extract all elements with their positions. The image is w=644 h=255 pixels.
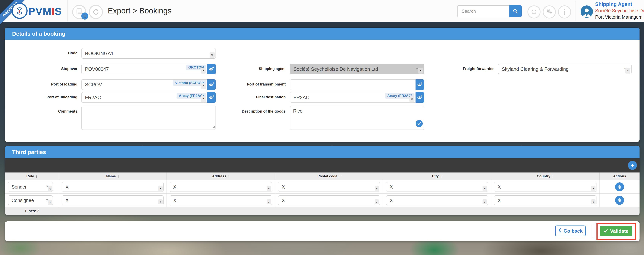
refresh-button[interactable] <box>89 5 103 19</box>
final-destination-lookup-button[interactable] <box>416 92 424 103</box>
port-of-transshipment-input[interactable] <box>290 79 416 90</box>
delete-row-button[interactable] <box>615 196 624 205</box>
country-cell: * <box>491 180 600 194</box>
footer-action-bar: Go back Validate <box>5 221 640 241</box>
user-info[interactable]: Shipping Agent Société Seychelloise De P… <box>595 1 644 20</box>
search-input[interactable] <box>457 5 509 17</box>
panel-title: Details of a booking <box>5 28 640 40</box>
city-cell: * <box>383 180 491 194</box>
table-header-row: Role↑ Name↑ Address↑ Postal code↑ City↑ … <box>5 172 640 180</box>
column-header-actions: Actions <box>600 172 640 180</box>
shipping-agent-select[interactable]: Société Seychelloise De Navigation Ltd <box>290 64 424 74</box>
required-marker: * <box>591 199 596 204</box>
country-input[interactable] <box>494 182 596 192</box>
description-of-goods-label: Description of the goods <box>210 109 286 114</box>
user-avatar[interactable] <box>580 6 593 18</box>
eye-plus-icon <box>417 82 423 87</box>
required-marker: * <box>48 186 52 191</box>
column-header-role[interactable]: Role↑ <box>5 172 59 180</box>
required-marker: * <box>158 199 162 204</box>
notification-badge: 1 <box>81 13 88 20</box>
final-destination-label: Final destination <box>210 95 286 99</box>
footer-divider <box>592 225 592 238</box>
name-input[interactable] <box>62 182 164 192</box>
delete-row-button[interactable] <box>615 182 624 191</box>
add-third-party-button[interactable]: + <box>628 161 637 170</box>
address-input[interactable] <box>170 182 272 192</box>
code-input[interactable] <box>82 48 216 59</box>
column-header-address[interactable]: Address↑ <box>167 172 275 180</box>
column-header-name[interactable]: Name↑ <box>59 172 167 180</box>
required-marker: * <box>374 199 379 204</box>
port-of-transshipment-label: Port of transshipment <box>210 82 286 86</box>
actions-cell <box>600 180 640 194</box>
comments-label: Comments <box>16 109 78 114</box>
required-marker: * <box>418 68 423 74</box>
country-input[interactable] <box>494 195 596 205</box>
port-of-unloading-label: Port of unloading <box>16 95 78 99</box>
name-cell: * <box>59 194 167 207</box>
eye-plus-icon <box>417 95 423 100</box>
port-of-transshipment-lookup-button[interactable] <box>416 79 424 90</box>
anchor-logo-icon <box>15 6 24 16</box>
comments-field <box>82 106 216 130</box>
third-parties-toolbar: + <box>5 158 640 172</box>
actions-cell <box>600 194 640 207</box>
stopover-label: Stopover <box>16 67 78 71</box>
info-icon <box>564 9 566 16</box>
port-of-transshipment-field <box>290 79 424 90</box>
freight-forwarder-select[interactable]: Skyland Clearing & Forwarding <box>498 64 632 74</box>
app-logo[interactable] <box>12 3 28 19</box>
comments-textarea[interactable] <box>82 106 216 130</box>
postal-code-cell: * <box>275 180 383 194</box>
city-input[interactable] <box>386 195 488 205</box>
user-organization: Port Victoria Managem <box>595 14 644 20</box>
required-marker: * <box>158 186 162 191</box>
header-divider <box>576 1 576 21</box>
lines-count: Lines: 2 <box>5 207 640 215</box>
required-marker: * <box>625 68 630 74</box>
resize-handle-icon[interactable] <box>212 126 215 129</box>
city-input[interactable] <box>386 182 488 192</box>
postal-code-input[interactable] <box>278 182 380 192</box>
required-marker: * <box>482 199 487 204</box>
user-role: Shipping Agent <box>595 1 644 8</box>
required-marker: * <box>266 186 271 191</box>
required-marker: * <box>482 186 487 191</box>
address-input[interactable] <box>170 195 272 205</box>
name-input[interactable] <box>62 195 164 205</box>
address-cell: * <box>167 194 275 207</box>
sort-asc-icon: ↑ <box>36 174 38 178</box>
column-header-postal-code[interactable]: Postal code↑ <box>275 172 383 180</box>
column-header-country[interactable]: Country↑ <box>491 172 600 180</box>
postal-code-cell: * <box>275 194 383 207</box>
address-cell: * <box>167 180 275 194</box>
settings-button[interactable] <box>543 6 556 19</box>
sort-asc-icon: ↑ <box>552 174 554 178</box>
logout-button[interactable] <box>528 6 540 19</box>
role-cell: Sender ▼ * <box>5 180 59 194</box>
search-button[interactable] <box>509 5 522 17</box>
page-title: Export > Bookings <box>108 0 172 22</box>
search-icon <box>513 9 518 14</box>
third-parties-panel: Third parties + Role↑ Name↑ Address↑ Pos… <box>5 146 640 215</box>
postal-code-input[interactable] <box>278 195 380 205</box>
column-header-city[interactable]: City↑ <box>383 172 491 180</box>
final-destination-field: Arcay (FR2AC) * <box>290 92 424 103</box>
user-company: Société Seychelloise De <box>595 8 644 14</box>
go-back-button[interactable]: Go back <box>555 225 586 236</box>
trash-icon <box>618 198 622 203</box>
description-of-goods-field: Rice <box>290 106 424 130</box>
info-button[interactable] <box>558 6 571 19</box>
required-marker: * <box>410 96 414 102</box>
required-marker: * <box>48 200 52 205</box>
description-of-goods-textarea[interactable]: Rice <box>290 106 424 130</box>
chevron-left-icon <box>558 228 561 234</box>
resize-handle-icon[interactable] <box>421 126 424 129</box>
city-cell: * <box>383 194 491 207</box>
shipping-agent-field: Société Seychelloise De Navigation Ltd ▼… <box>290 64 424 74</box>
required-marker: * <box>210 52 214 58</box>
sort-asc-icon: ↑ <box>117 174 119 178</box>
required-marker: * <box>266 199 271 204</box>
port-of-loading-label: Port of loading <box>16 82 78 86</box>
